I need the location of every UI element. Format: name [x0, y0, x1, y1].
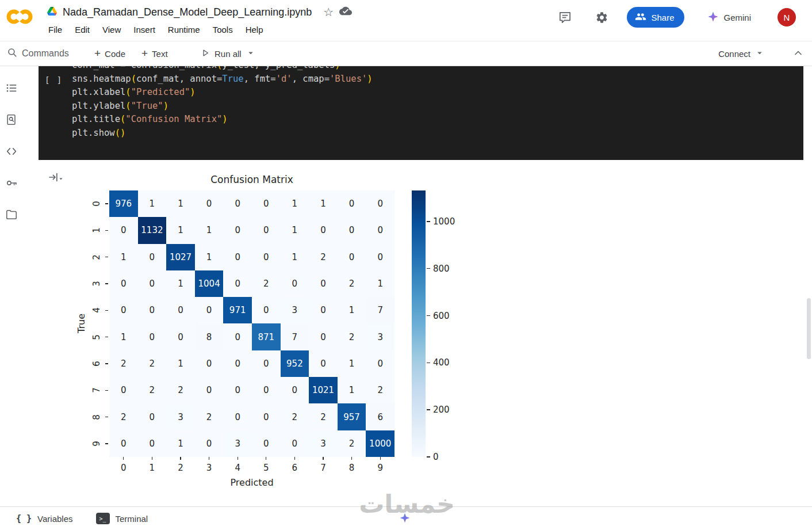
files-folder-icon[interactable]	[5, 208, 18, 221]
x-tick-mark	[380, 457, 381, 460]
settings-gear-icon[interactable]	[591, 7, 612, 28]
heatmap-cell: 957	[338, 403, 366, 430]
code-lines[interactable]: conf_mat = confusion_matrix(y_test, y_pr…	[72, 66, 373, 140]
heatmap-cell: 8	[195, 323, 224, 350]
heatmap-cell: 1	[138, 190, 167, 217]
colorbar-tick-label: 0	[433, 452, 439, 462]
menu-help[interactable]: Help	[246, 25, 263, 35]
gemini-button[interactable]: Gemini	[699, 7, 759, 28]
find-replace-icon[interactable]	[5, 113, 18, 126]
heatmap-cell: 1000	[366, 430, 394, 457]
heatmap-cell: 1	[166, 430, 195, 457]
heatmap-cell: 6	[366, 403, 394, 430]
y-tick-mark	[105, 417, 108, 417]
heatmap-cell: 1	[109, 244, 138, 270]
x-tick-label: 1	[150, 463, 155, 473]
vertical-scrollbar[interactable]	[807, 298, 811, 359]
menu-edit[interactable]: Edit	[75, 25, 90, 35]
x-tick-mark	[351, 457, 352, 460]
menu-tools[interactable]: Tools	[213, 25, 233, 35]
collapse-toolbar-button[interactable]	[792, 41, 804, 66]
cell-run-indicator[interactable]: [ ]	[45, 75, 63, 85]
heatmap-cell: 0	[366, 350, 394, 377]
share-people-icon	[635, 11, 646, 24]
heatmap-cell: 0	[309, 323, 338, 350]
heatmap-cell: 1	[366, 270, 394, 297]
heatmap-cell: 0	[109, 430, 138, 457]
heatmap-cell: 0	[109, 217, 138, 243]
search-icon	[7, 47, 18, 60]
menu-view[interactable]: View	[102, 25, 121, 35]
y-tick-label: 5	[91, 334, 102, 340]
heatmap-cell: 0	[195, 430, 224, 457]
colorbar-tick-mark	[427, 409, 430, 410]
heatmap-cell: 0	[309, 297, 338, 323]
run-all-button[interactable]: Run all	[200, 41, 256, 66]
heatmap-cell: 0	[309, 217, 338, 243]
heatmap-cell: 2	[166, 377, 195, 403]
heatmap-cell: 1021	[309, 377, 338, 403]
connect-button[interactable]: Connect	[718, 41, 765, 66]
commands-label: Commands	[22, 48, 69, 59]
code-cell[interactable]: [ ] conf_mat = confusion_matrix(y_test, …	[39, 66, 803, 160]
left-sidebar	[0, 66, 23, 506]
plus-icon: +	[141, 47, 148, 60]
heatmap-cell: 0	[252, 403, 281, 430]
heatmap-cell: 0	[223, 350, 252, 377]
heatmap-cell: 3	[281, 297, 309, 323]
heatmap-cell: 1	[309, 190, 338, 217]
heatmap-cell: 0	[195, 377, 224, 403]
heatmap-cell: 0	[223, 190, 252, 217]
notebook-title[interactable]: Nada_Ramadan_Dense_Model_Deep_Learning.i…	[63, 6, 312, 18]
x-tick-label: 7	[320, 463, 326, 473]
heatmap-cell: 0	[252, 190, 281, 217]
menu-runtime[interactable]: Runtime	[168, 25, 200, 35]
star-icon[interactable]: ☆	[323, 5, 334, 19]
heatmap-cell: 0	[252, 244, 281, 270]
heatmap-cell: 0	[366, 190, 394, 217]
table-of-contents-icon[interactable]	[5, 82, 18, 94]
add-text-button[interactable]: + Text	[141, 41, 168, 66]
heatmap-cell: 2	[281, 403, 309, 430]
heatmap-cell: 0	[281, 270, 309, 297]
terminal-button[interactable]: >_ Terminal	[96, 513, 148, 524]
menu-insert[interactable]: Insert	[133, 25, 155, 35]
chevron-up-icon	[792, 47, 804, 60]
gemini-sparkle-icon	[707, 11, 719, 24]
x-tick-label: 3	[206, 463, 212, 473]
heatmap-cell: 0	[166, 297, 195, 323]
cloud-saved-icon[interactable]	[339, 5, 352, 20]
heatmap-cell: 0	[109, 377, 138, 403]
heatmap-cell: 0	[252, 377, 281, 403]
heatmap-cell: 1	[166, 270, 195, 297]
heatmap-cell: 1	[338, 297, 366, 323]
variables-label: Variables	[37, 514, 72, 524]
add-code-button[interactable]: + Code	[94, 41, 125, 66]
comments-icon[interactable]	[554, 7, 575, 28]
heatmap-cell: 0	[138, 297, 167, 323]
heatmap-cell: 1027	[166, 244, 195, 270]
heatmap-cell: 871	[252, 323, 281, 350]
heatmap-cell: 2	[138, 377, 167, 403]
heatmap-cell: 0	[366, 217, 394, 243]
commands-button[interactable]: Commands	[7, 41, 69, 66]
avatar[interactable]: N	[777, 8, 796, 26]
title-row: Nada_Ramadan_Dense_Model_Deep_Learning.i…	[47, 3, 352, 21]
colab-app: Nada_Ramadan_Dense_Model_Deep_Learning.i…	[0, 0, 812, 530]
header-actions: Share Gemini	[554, 7, 796, 28]
x-tick-label: 2	[178, 463, 183, 473]
output-options-icon[interactable]	[48, 171, 64, 186]
menu-file[interactable]: File	[48, 25, 62, 35]
y-tick-label: 9	[91, 441, 102, 447]
x-tick-label: 9	[377, 463, 383, 473]
code-snippets-icon[interactable]	[5, 145, 18, 158]
secrets-key-icon[interactable]	[5, 177, 18, 189]
variables-button[interactable]: { } Variables	[16, 513, 73, 524]
heatmap-cell: 976	[109, 190, 138, 217]
heatmap-cell: 0	[109, 270, 138, 297]
colab-logo-icon[interactable]	[6, 8, 33, 28]
x-tick-mark	[294, 457, 295, 460]
heatmap-cell: 0	[195, 190, 224, 217]
share-button[interactable]: Share	[627, 7, 684, 28]
x-tick-mark	[209, 457, 209, 460]
